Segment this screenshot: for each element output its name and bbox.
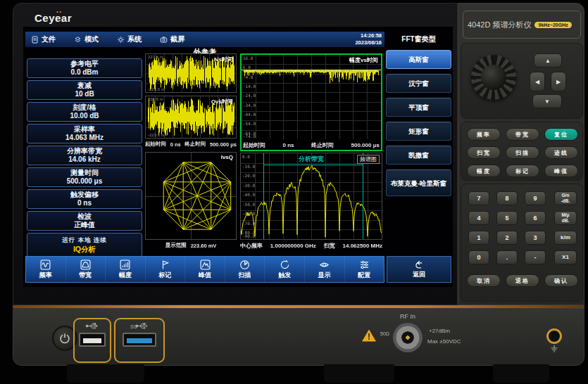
fft-panel-title: FFT窗类型 (386, 32, 451, 47)
back-button[interactable]: 返回 (387, 256, 451, 283)
key-sweep[interactable]: 扫描 (506, 146, 539, 159)
i-vs-time-chart: Ivs时间 223.6 m -223.6 m (145, 53, 237, 93)
spectrum-tag: 频谱图 (357, 155, 380, 164)
trigger-icon (280, 260, 290, 270)
run-status: 运行 本地 连续 (62, 236, 107, 245)
i-vs-time-title: Ivs时间 (214, 56, 233, 63)
key-minus[interactable]: - (525, 250, 546, 264)
usb2-tongue (83, 338, 101, 343)
menu-screenshot-label: 截屏 (170, 34, 184, 44)
param-scale-div[interactable]: 刻度/格10.00 dB (27, 102, 142, 122)
toolbar-trigger[interactable]: 触发 (265, 257, 305, 282)
model-name: 4042D 频谱分析仪 (468, 20, 531, 30)
fft-flattop-button[interactable]: 平顶窗 (386, 98, 451, 117)
key-6[interactable]: 6 (525, 211, 546, 225)
arrow-down-key[interactable]: ▼ (532, 94, 562, 108)
param-attenuation[interactable]: 衰减10 dB (27, 80, 142, 100)
fft-kaiser-button[interactable]: 凯撒窗 (386, 146, 451, 165)
key-frequency[interactable]: 频率 (467, 128, 501, 141)
marker-icon (160, 260, 170, 270)
menu-file[interactable]: 文件 (31, 34, 56, 44)
q-scale-top: 223.6 m (148, 97, 163, 101)
parameter-sidebar: 参考电平0.0 dBm 衰减10 dB 刻度/格10.00 dB 采样率14.0… (27, 58, 142, 257)
toolbar-amplitude[interactable]: 幅度 (106, 257, 146, 282)
toolbar-marker[interactable]: 标记 (146, 257, 186, 282)
toolbar-bandwidth[interactable]: 带宽 (66, 257, 106, 282)
toolbar-frequency[interactable]: 频率 (26, 257, 66, 282)
param-detector[interactable]: 检波正峰值 (27, 211, 142, 231)
clock-date: 2023/06/16 (355, 39, 382, 46)
key-9[interactable]: 9 (525, 191, 546, 205)
display-icon (319, 260, 330, 270)
clock: 14:26:58 2023/06/16 (355, 32, 382, 46)
q-vs-time-title: Qvs时间 (211, 98, 233, 105)
key-0[interactable]: 0 (468, 250, 489, 264)
key-5[interactable]: 5 (496, 211, 518, 225)
arrow-right-key[interactable]: ▶ (551, 72, 566, 91)
rotary-knob[interactable] (471, 55, 516, 100)
toolbar-display[interactable]: 显示 (305, 257, 345, 282)
key-cancel[interactable]: 取消 (467, 274, 501, 287)
key-backspace[interactable]: 退格 (506, 274, 539, 287)
bottom-toolbar: 频率 带宽 幅度 标记 峰值 扫描 (25, 256, 384, 283)
key-peak[interactable]: 峰值 (544, 165, 578, 177)
mode-icon (74, 36, 82, 44)
key-amplitude[interactable]: 幅度 (467, 165, 501, 177)
right-foot (493, 364, 549, 383)
usb2-port (79, 333, 106, 347)
screenshot-icon (160, 36, 168, 44)
key-3[interactable]: 3 (525, 231, 546, 245)
toolbar-peak[interactable]: 峰值 (185, 257, 225, 282)
menu-mode-label: 模式 (85, 34, 99, 44)
menu-screenshot[interactable]: 截屏 (160, 34, 184, 44)
fft-rectangular-button[interactable]: 矩形窗 (386, 122, 451, 141)
fft-gaussian-button[interactable]: 高斯窗 (386, 50, 451, 69)
menu-mode[interactable]: 模式 (74, 34, 99, 44)
spectrum-chart: 分析带宽 频谱图 (240, 153, 382, 240)
key-marker[interactable]: 标记 (506, 165, 539, 177)
bandwidth-icon (80, 260, 91, 270)
i-scale-top: 223.6 m (148, 55, 163, 59)
system-icon (117, 36, 125, 44)
key-trace[interactable]: 迹线 (544, 146, 578, 159)
param-ref-level[interactable]: 参考电平0.0 dBm (27, 58, 142, 78)
keypad-section: 7 8 9 G/n -dB. 4 5 6 M/μ dB. 1 2 3 k/m 0… (461, 184, 583, 302)
menu-system[interactable]: 系统 (117, 34, 142, 44)
key-unit-g[interactable]: G/n -dB. (554, 191, 577, 205)
key-confirm[interactable]: 确认 (544, 274, 578, 287)
key-span[interactable]: 扫宽 (467, 146, 501, 159)
power-icon (59, 333, 70, 344)
key-2[interactable]: 2 (496, 231, 518, 245)
ground-icon (549, 345, 559, 354)
status-box: 运行 本地 连续 IQ分析 (27, 233, 142, 257)
arrow-up-key[interactable]: ▲ (534, 53, 562, 68)
key-unit-m[interactable]: M/μ dB. (554, 211, 577, 225)
brand-accent-dots: ·· (56, 8, 63, 16)
impedance-label: 50Ω (380, 331, 389, 336)
key-4[interactable]: 4 (468, 211, 489, 225)
i-vs-q-title: IvsQ (221, 154, 233, 160)
param-rbw[interactable]: 分辨率带宽14.06 kHz (27, 146, 142, 165)
left-foot (67, 364, 144, 383)
param-sample-rate[interactable]: 采样率14.063 MHz (27, 124, 142, 143)
toolbar-sweep[interactable]: 扫描 (225, 257, 265, 282)
key-dot[interactable]: . (496, 250, 518, 264)
lcd-screen: 文件 模式 系统 截屏 14:26:58 2023/06/16 FFT窗类型 外… (23, 27, 453, 287)
toolbar-config[interactable]: 配置 (345, 257, 384, 282)
key-8[interactable]: 8 (496, 191, 518, 205)
key-bandwidth[interactable]: 带宽 (506, 128, 539, 141)
fft-hanning-button[interactable]: 汉宁窗 (386, 74, 451, 93)
key-x1[interactable]: X1 (554, 250, 577, 264)
param-meas-time[interactable]: 测量时间500.000 μs (27, 167, 142, 187)
frequency-icon (40, 260, 51, 270)
key-1[interactable]: 1 (468, 231, 489, 245)
key-preset[interactable]: 复位 (544, 128, 578, 141)
arrow-left-key[interactable]: ◀ (530, 72, 545, 91)
key-7[interactable]: 7 (468, 191, 489, 205)
fft-blackman-harris-button[interactable]: 布莱克曼-哈里斯窗 (386, 169, 451, 196)
key-unit-k[interactable]: k/m (554, 231, 577, 245)
param-trigger-offset[interactable]: 触发偏移0 ns (27, 189, 142, 209)
q-scale-bottom: -223.6 m (148, 133, 165, 137)
spectrum-analyzer-device: Ceyear·· 文件 模式 系统 截屏 14:26:58 20 (0, 0, 588, 384)
amp-time-axis-row: 起始时间 0 ns 终止时间 500.000 μs (243, 141, 380, 150)
